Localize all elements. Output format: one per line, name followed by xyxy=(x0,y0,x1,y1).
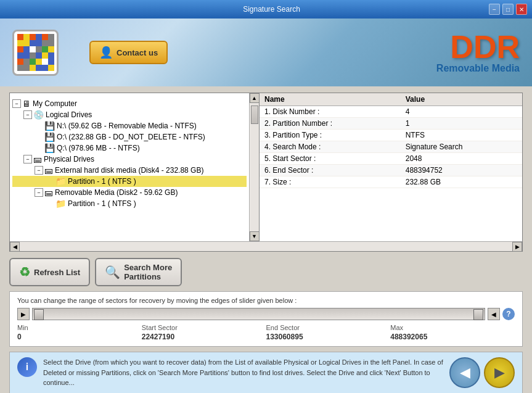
prop-value: 232.88 GB xyxy=(401,176,522,188)
prop-value: NTFS xyxy=(401,130,522,141)
tree-expand-button[interactable]: − xyxy=(12,99,21,108)
tree-item-label: Logical Drives xyxy=(46,110,92,119)
tree-item[interactable]: 📁Partition - 1 ( NTFS ) xyxy=(12,176,247,187)
tree-item-icon: 🖴 xyxy=(44,188,53,197)
tree-expand-button[interactable]: − xyxy=(35,188,43,197)
start-sector-col: Start Sector 22427190 xyxy=(142,324,266,341)
sector-title: You can change the range of sectors for … xyxy=(17,297,515,304)
slider-right-handle[interactable] xyxy=(473,309,483,320)
main-content: −🖥My Computer−💿Logical Drives💾N:\ (59.62… xyxy=(0,86,532,393)
minimize-button[interactable]: − xyxy=(489,4,500,15)
max-col: Max 488392065 xyxy=(390,324,515,341)
tree-item[interactable]: 📁Partition - 1 ( NTFS ) xyxy=(12,198,247,209)
max-label: Max xyxy=(390,324,515,331)
tree-item-icon: 🖥 xyxy=(22,99,31,109)
tree-expand-button[interactable]: − xyxy=(23,110,32,119)
hscroll-left-button[interactable]: ◀ xyxy=(10,242,20,252)
prop-value: 1 xyxy=(401,118,522,130)
start-sector-label: Start Sector xyxy=(142,324,266,331)
tree-item-label: Removable Media (Disk2 - 59.62 GB) xyxy=(55,188,178,197)
col-value-header: Value xyxy=(401,93,522,106)
panels-wrapper: −🖥My Computer−💿Logical Drives💾N:\ (59.62… xyxy=(9,93,523,252)
brand: DDR Removable Media xyxy=(436,31,520,74)
brand-sub: Removable Media xyxy=(436,63,520,74)
contact-label: Contact us xyxy=(117,48,158,57)
app-logo xyxy=(12,30,59,76)
min-value: 0 xyxy=(17,333,142,341)
table-row: 7. Size :232.88 GB xyxy=(260,176,522,188)
titlebar-controls: − □ ✕ xyxy=(489,4,527,15)
tree-item[interactable]: 💾N:\ (59.62 GB - Removable Media - NTFS) xyxy=(12,120,247,131)
maximize-button[interactable]: □ xyxy=(502,4,514,15)
search-more-button[interactable]: 🔍 Search More Partitions xyxy=(95,258,182,286)
tree-item[interactable]: −🖴Removable Media (Disk2 - 59.62 GB) xyxy=(12,187,247,198)
help-icon[interactable]: ? xyxy=(502,308,515,320)
tree-item-icon: 📁 xyxy=(55,199,66,209)
titlebar: Signature Search − □ ✕ xyxy=(0,0,532,19)
brand-ddr: DDR xyxy=(436,31,520,63)
info-icon: i xyxy=(17,357,37,377)
tree-item[interactable]: 💾Q:\ (978.96 MB - - NTFS) xyxy=(12,143,247,154)
horizontal-scrollbar[interactable]: ◀ ▶ xyxy=(10,241,522,251)
slider-row: ▶ ◀ ? xyxy=(17,308,515,320)
tree-item-label: Physical Drives xyxy=(44,155,94,163)
scroll-up-button[interactable]: ▲ xyxy=(250,93,260,103)
properties-table: Name Value 1. Disk Number :42. Partition… xyxy=(260,93,522,188)
sector-values: Min 0 Start Sector 22427190 End Sector 1… xyxy=(17,324,515,341)
slider-left-button[interactable]: ▶ xyxy=(17,308,30,320)
tree-panel[interactable]: −🖥My Computer−💿Logical Drives💾N:\ (59.62… xyxy=(10,93,260,241)
tree-expand-button[interactable]: − xyxy=(35,166,43,175)
prop-value: 4 xyxy=(401,106,522,118)
sector-section: You can change the range of sectors for … xyxy=(9,291,523,347)
table-row: 2. Partition Number :1 xyxy=(260,118,522,130)
search-more-label: Search More Partitions xyxy=(124,263,172,281)
prop-name: 5. Start Sector : xyxy=(260,153,401,165)
end-sector-col: End Sector 133060895 xyxy=(266,324,391,341)
table-row: 5. Start Sector :2048 xyxy=(260,153,522,165)
table-row: 6. End Sector :488394752 xyxy=(260,165,522,176)
start-sector-value: 22427190 xyxy=(142,333,266,341)
prop-name: 7. Size : xyxy=(260,176,401,188)
table-row: 3. Partition Type :NTFS xyxy=(260,130,522,141)
prop-value: Signature Search xyxy=(401,141,522,153)
tree-item-icon: 💾 xyxy=(44,121,55,131)
min-label: Min xyxy=(17,324,142,331)
tree-item[interactable]: −💿Logical Drives xyxy=(12,109,247,120)
prop-name: 3. Partition Type : xyxy=(260,130,401,141)
refresh-label: Refresh List xyxy=(34,268,80,277)
user-icon: 👤 xyxy=(99,46,113,59)
tree-item-label: Q:\ (978.96 MB - - NTFS) xyxy=(57,144,140,152)
tree-item[interactable]: 💾O:\ (232.88 GB - DO_NOT_DELETE - NTFS) xyxy=(12,131,247,143)
close-button[interactable]: ✕ xyxy=(516,4,527,15)
properties-panel: Name Value 1. Disk Number :42. Partition… xyxy=(260,93,522,241)
tree-item-icon: 🖴 xyxy=(33,154,42,164)
slider-left-handle[interactable] xyxy=(34,309,44,320)
contact-button[interactable]: 👤 Contact us xyxy=(89,41,168,64)
tree-item[interactable]: −🖥My Computer xyxy=(12,98,247,109)
slider-track[interactable] xyxy=(32,308,485,320)
col-name-header: Name xyxy=(260,93,401,106)
prop-name: 4. Search Mode : xyxy=(260,141,401,153)
tree-expand-button[interactable]: − xyxy=(23,155,32,163)
tree-item-label: N:\ (59.62 GB - Removable Media - NTFS) xyxy=(57,122,197,130)
next-button[interactable]: ▶ xyxy=(484,357,515,388)
prop-value: 488394752 xyxy=(401,165,522,176)
scroll-down-button[interactable]: ▼ xyxy=(250,231,260,241)
action-buttons: ♻ Refresh List 🔍 Search More Partitions xyxy=(9,258,523,286)
tree-item[interactable]: −🖴Physical Drives xyxy=(12,154,247,165)
end-sector-value: 133060895 xyxy=(266,333,391,341)
slider-right-button[interactable]: ◀ xyxy=(488,308,500,320)
tree-item[interactable]: −🖴External hard disk media (Disk4 - 232.… xyxy=(12,165,247,176)
panels-inner: −🖥My Computer−💿Logical Drives💾N:\ (59.62… xyxy=(10,93,522,241)
tree-item-icon: 🖴 xyxy=(44,165,53,175)
refresh-button[interactable]: ♻ Refresh List xyxy=(9,258,90,286)
back-button[interactable]: ◀ xyxy=(449,357,480,388)
titlebar-title: Signature Search xyxy=(54,5,489,14)
tree-item-icon: 💿 xyxy=(33,110,44,120)
tree-item-icon: 📁 xyxy=(55,176,66,186)
tree-item-icon: 💾 xyxy=(44,143,55,153)
hscroll-right-button[interactable]: ▶ xyxy=(512,242,522,252)
header: 👤 Contact us DDR Removable Media xyxy=(0,19,532,86)
prop-name: 2. Partition Number : xyxy=(260,118,401,130)
info-text: Select the Drive (from which you want to… xyxy=(43,357,443,388)
